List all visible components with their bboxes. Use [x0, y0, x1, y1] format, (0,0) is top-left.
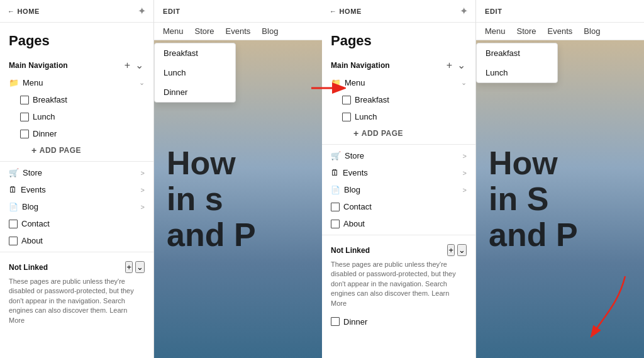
- right-panel-pair: ← HOME ✦ Pages Main Navigation + ⌄ 📁 Men…: [322, 0, 644, 358]
- left-collapse-not-linked-btn[interactable]: ⌄: [135, 261, 145, 273]
- left-nav-events[interactable]: 🗓 Events >: [0, 181, 153, 198]
- right-contact-label: Contact: [343, 202, 467, 211]
- left-nav-blog-item[interactable]: Blog: [262, 26, 278, 36]
- left-store-icon: 🛒: [9, 168, 19, 177]
- right-add-page-btn[interactable]: + ADD PAGE: [322, 125, 475, 142]
- left-nav-lunch[interactable]: Lunch: [0, 108, 153, 125]
- right-not-linked-dinner[interactable]: Dinner: [322, 313, 475, 330]
- right-collapse-not-linked-btn[interactable]: ⌄: [457, 244, 467, 256]
- right-lunch-label: Lunch: [355, 112, 467, 121]
- right-store-icon: 🛒: [331, 151, 341, 160]
- right-store-chevron: >: [463, 152, 467, 160]
- left-nav-menu-item[interactable]: Menu: [163, 26, 184, 36]
- right-spark-icon[interactable]: ✦: [460, 5, 468, 17]
- left-nav-about[interactable]: About: [0, 232, 153, 249]
- left-dropdown-popup: Breakfast Lunch Dinner: [154, 43, 236, 103]
- right-breakfast-page-icon: [342, 96, 351, 104]
- right-menu-label: Menu: [345, 78, 457, 87]
- right-drop-breakfast[interactable]: Breakfast: [477, 43, 557, 63]
- right-add-page-label: ADD PAGE: [362, 129, 403, 138]
- left-sidebar: ← HOME ✦ Pages Main Navigation + ⌄ 📁 Men…: [0, 0, 154, 358]
- right-main-nav-label: Main Navigation: [331, 61, 443, 70]
- left-nav-events-item[interactable]: Events: [226, 26, 251, 36]
- right-nav-store[interactable]: 🛒 Store >: [322, 147, 475, 164]
- right-not-linked-desc: These pages are public unless they're di…: [331, 260, 467, 308]
- right-divider-1: [322, 144, 475, 145]
- left-events-label: Events: [21, 185, 137, 194]
- left-breakfast-page-icon: [20, 96, 29, 104]
- right-about-page-icon: [331, 220, 340, 228]
- left-nav-dinner[interactable]: Dinner: [0, 125, 153, 142]
- right-nav-about[interactable]: About: [322, 215, 475, 232]
- left-nav-blog[interactable]: 📄 Blog >: [0, 198, 153, 215]
- left-folder-icon: 📁: [9, 78, 19, 87]
- right-contact-page-icon: [331, 203, 340, 211]
- left-add-page-btn[interactable]: + ADD PAGE: [0, 142, 153, 159]
- left-drop-lunch[interactable]: Lunch: [155, 63, 235, 82]
- right-nav-blog-item[interactable]: Blog: [584, 26, 600, 36]
- left-preview-text: Howin sand P: [167, 145, 256, 254]
- left-nav-menu-bar: Menu Store Events Blog Breakfast Lunch D…: [154, 23, 322, 40]
- right-sidebar: ← HOME ✦ Pages Main Navigation + ⌄ 📁 Men…: [322, 0, 476, 358]
- right-add-section-btn[interactable]: +: [445, 59, 453, 72]
- right-back-label: HOME: [340, 8, 362, 15]
- left-drop-breakfast[interactable]: Breakfast: [155, 43, 235, 63]
- right-breakfast-label: Breakfast: [355, 95, 467, 104]
- left-collapse-nav-btn[interactable]: ⌄: [134, 59, 145, 72]
- right-nav-store-item[interactable]: Store: [517, 26, 536, 36]
- left-top-bar: ← HOME ✦: [0, 0, 153, 23]
- right-nav-events[interactable]: 🗓 Events >: [322, 164, 475, 181]
- left-drop-dinner[interactable]: Dinner: [155, 82, 235, 102]
- left-divider-2: [0, 252, 153, 252]
- right-pages-header: Pages: [322, 23, 475, 53]
- left-not-linked-title: Not Linked: [9, 263, 123, 272]
- left-pages-header: Pages: [0, 23, 153, 53]
- left-contact-label: Contact: [21, 219, 145, 228]
- right-nav-blog[interactable]: 📄 Blog >: [322, 181, 475, 198]
- left-nav-store[interactable]: 🛒 Store >: [0, 164, 153, 181]
- left-add-page-label: ADD PAGE: [40, 146, 81, 155]
- left-nav-store-item[interactable]: Store: [195, 26, 214, 36]
- left-sidebar-content: Pages Main Navigation + ⌄ 📁 Menu ⌄ Break…: [0, 23, 153, 358]
- right-drop-lunch[interactable]: Lunch: [477, 63, 557, 82]
- left-spark-icon[interactable]: ✦: [138, 5, 146, 17]
- right-back-link[interactable]: ← HOME: [330, 8, 362, 15]
- left-not-linked-desc: These pages are public unless they're di…: [9, 277, 145, 325]
- right-nav-breakfast[interactable]: Breakfast: [322, 91, 475, 108]
- right-events-icon: 🗓: [331, 168, 339, 177]
- left-not-linked-header: Not Linked + ⌄: [9, 261, 145, 273]
- right-blog-label: Blog: [344, 185, 459, 194]
- right-preview-bg: Howin Sand P: [476, 40, 644, 358]
- left-back-link[interactable]: ← HOME: [8, 8, 40, 15]
- left-add-not-linked-btn[interactable]: +: [125, 261, 133, 273]
- right-nav-contact[interactable]: Contact: [322, 198, 475, 215]
- left-breakfast-label: Breakfast: [33, 95, 145, 104]
- right-add-not-linked-btn[interactable]: +: [447, 244, 455, 256]
- left-blog-chevron: >: [141, 203, 145, 211]
- right-edit-topbar: EDIT: [476, 0, 644, 23]
- right-pages-title: Pages: [331, 33, 467, 49]
- left-menu-label: Menu: [23, 78, 135, 87]
- right-events-label: Events: [343, 168, 459, 177]
- right-nav-menu[interactable]: 📁 Menu ⌄: [322, 74, 475, 91]
- right-nav-menu-item[interactable]: Menu: [485, 26, 506, 36]
- right-divider-2: [322, 235, 475, 235]
- right-nav-menu-bar: Menu Store Events Blog Breakfast Lunch: [476, 23, 644, 40]
- left-store-label: Store: [23, 168, 137, 177]
- left-nav-breakfast[interactable]: Breakfast: [0, 91, 153, 108]
- right-back-arrow-icon: ←: [330, 8, 337, 15]
- right-store-label: Store: [345, 151, 459, 160]
- left-nav-contact[interactable]: Contact: [0, 215, 153, 232]
- left-about-page-icon: [9, 237, 18, 245]
- right-nav-events-item[interactable]: Events: [548, 26, 573, 36]
- back-arrow-icon: ←: [8, 8, 15, 15]
- left-nav-menu[interactable]: 📁 Menu ⌄: [0, 74, 153, 91]
- right-collapse-nav-btn[interactable]: ⌄: [456, 59, 467, 72]
- right-edit-panel: EDIT Menu Store Events Blog Breakfast Lu…: [476, 0, 644, 358]
- right-dropdown-popup: Breakfast Lunch: [476, 43, 558, 83]
- right-nav-lunch[interactable]: Lunch: [322, 108, 475, 125]
- right-about-label: About: [343, 219, 467, 228]
- left-add-section-btn[interactable]: +: [123, 59, 131, 72]
- left-store-chevron: >: [141, 169, 145, 177]
- right-not-linked-header: Not Linked + ⌄: [331, 244, 467, 256]
